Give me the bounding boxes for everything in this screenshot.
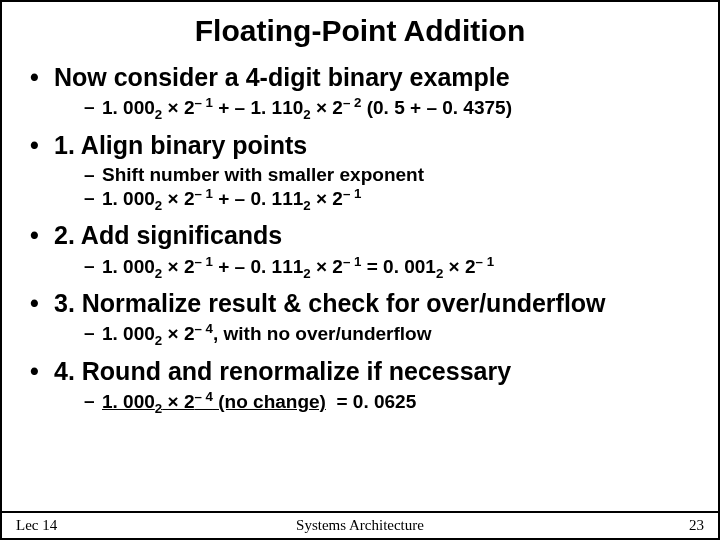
list-item: 4. Round and renormalize if necessary 1.… xyxy=(30,356,690,418)
slide: Floating-Point Addition Now consider a 4… xyxy=(0,0,720,540)
sub-list: Shift number with smaller exponent 1. 00… xyxy=(30,163,690,215)
list-item: 2. Add significands 1. 0002 × 2– 1 + – 0… xyxy=(30,220,690,282)
sub-item: Shift number with smaller exponent xyxy=(84,163,690,186)
sub-list: 1. 0002 × 2– 4 (no change) = 0. 0625 xyxy=(30,389,690,417)
footer: Lec 14 Systems Architecture 23 xyxy=(2,511,718,534)
bullet-list: Now consider a 4-digit binary example 1.… xyxy=(2,62,718,417)
sub-list: 1. 0002 × 2– 1 + – 0. 1112 × 2– 1 = 0. 0… xyxy=(30,254,690,282)
sub-item: 1. 0002 × 2– 4, with no over/underflow xyxy=(84,321,690,349)
sub-list: 1. 0002 × 2– 1 + – 1. 1102 × 2– 2 (0. 5 … xyxy=(30,95,690,123)
bullet-text: 2. Add significands xyxy=(30,220,690,251)
sub-item: 1. 0002 × 2– 1 + – 0. 1112 × 2– 1 xyxy=(84,186,690,214)
list-item: 1. Align binary points Shift number with… xyxy=(30,130,690,215)
bullet-text: Now consider a 4-digit binary example xyxy=(30,62,690,93)
bullet-text: 1. Align binary points xyxy=(30,130,690,161)
sub-item: 1. 0002 × 2– 1 + – 1. 1102 × 2– 2 (0. 5 … xyxy=(84,95,690,123)
sub-item: 1. 0002 × 2– 1 + – 0. 1112 × 2– 1 = 0. 0… xyxy=(84,254,690,282)
list-item: 3. Normalize result & check for over/und… xyxy=(30,288,690,350)
bullet-text: 4. Round and renormalize if necessary xyxy=(30,356,690,387)
list-item: Now consider a 4-digit binary example 1.… xyxy=(30,62,690,124)
bullet-text: 3. Normalize result & check for over/und… xyxy=(30,288,690,319)
sub-list: 1. 0002 × 2– 4, with no over/underflow xyxy=(30,321,690,349)
footer-center: Systems Architecture xyxy=(2,517,718,534)
sub-item: 1. 0002 × 2– 4 (no change) = 0. 0625 xyxy=(84,389,690,417)
slide-title: Floating-Point Addition xyxy=(2,14,718,48)
